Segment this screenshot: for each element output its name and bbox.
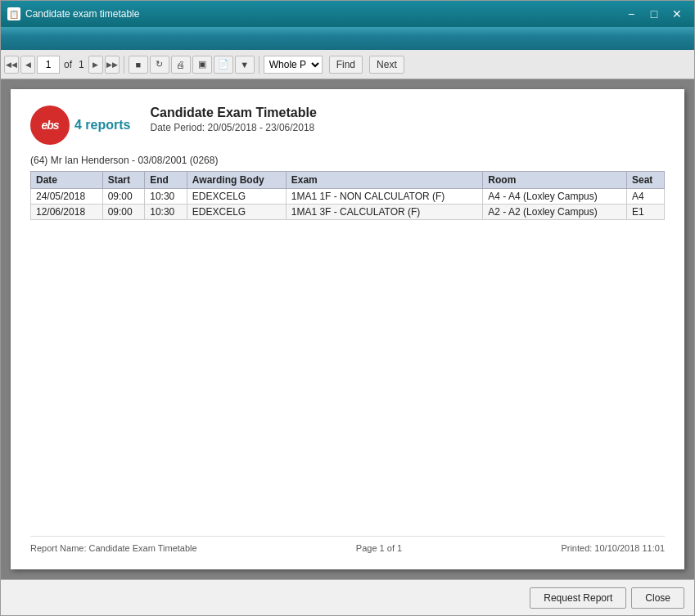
report-date-period: Date Period: 20/05/2018 - 23/06/2018	[150, 122, 316, 133]
col-date: Date	[31, 172, 103, 189]
cell-1: 09:00	[102, 205, 145, 220]
print-layout-button[interactable]: ▣	[192, 56, 212, 74]
close-button[interactable]: Close	[631, 587, 684, 609]
gradient-bar	[1, 27, 694, 50]
cell-4: 1MA1 3F - CALCULATOR (F)	[286, 205, 483, 220]
print-button[interactable]: 🖨	[171, 56, 191, 74]
table-body: 24/05/201809:0010:30EDEXCELG1MA1 1F - NO…	[31, 189, 665, 220]
request-report-button[interactable]: Request Report	[530, 587, 626, 609]
last-page-button[interactable]: ▶▶	[105, 56, 120, 74]
cell-6: E1	[626, 205, 664, 220]
cell-3: EDEXCELG	[187, 205, 286, 220]
cell-4: 1MA1 1F - NON CALCULATOR (F)	[286, 189, 483, 205]
cell-6: A4	[626, 189, 664, 205]
cell-0: 12/06/2018	[31, 205, 103, 220]
window-title: Candidate exam timetable	[25, 8, 621, 20]
refresh-button[interactable]: ↻	[150, 56, 169, 74]
cell-3: EDEXCELG	[187, 189, 286, 205]
first-page-button[interactable]: ◀◀	[4, 56, 19, 74]
col-seat: Seat	[626, 172, 664, 189]
table-row: 12/06/201809:0010:30EDEXCELG1MA1 3F - CA…	[31, 205, 665, 220]
cell-1: 09:00	[102, 189, 145, 205]
title-bar: 📋 Candidate exam timetable − □ ✕	[1, 1, 694, 27]
col-end: End	[145, 172, 187, 189]
main-content-area: ebs 4 reports Candidate Exam Timetable D…	[1, 79, 694, 579]
report-header: ebs 4 reports Candidate Exam Timetable D…	[30, 106, 665, 145]
logo-circle: ebs	[30, 106, 70, 145]
logo-ebs-text: ebs	[41, 119, 58, 132]
main-window: 📋 Candidate exam timetable − □ ✕ ◀◀ ◀ 1 …	[0, 0, 695, 616]
table-header: Date Start End Awarding Body Exam Room S…	[31, 172, 665, 189]
bottom-bar: Request Report Close	[1, 579, 694, 615]
footer-report-name: Report Name: Candidate Exam Timetable	[30, 543, 197, 553]
page-navigation: ◀◀ ◀ 1 of 1 ▶ ▶▶	[4, 56, 120, 74]
footer-printed: Printed: 10/10/2018 11:01	[561, 543, 665, 553]
report-page: ebs 4 reports Candidate Exam Timetable D…	[11, 89, 684, 569]
prev-page-button[interactable]: ◀	[20, 56, 35, 74]
export-button[interactable]: 📄	[214, 56, 233, 74]
separator-2	[259, 56, 259, 74]
export-arrow-button[interactable]: ▼	[235, 56, 255, 74]
separator-1	[124, 56, 124, 74]
logo-container: ebs 4 reports	[30, 106, 130, 145]
col-exam: Exam	[286, 172, 483, 189]
find-button[interactable]: Find	[329, 56, 363, 74]
logo-suffix: 4 reports	[74, 118, 130, 133]
cell-0: 24/05/2018	[31, 189, 103, 205]
page-total-label: 1	[76, 59, 87, 70]
col-start: Start	[102, 172, 145, 189]
zoom-select[interactable]: Whole P 25% 50% 75% 100% 150% 200%	[264, 56, 323, 74]
page-number-input[interactable]: 1	[37, 56, 60, 74]
minimize-button[interactable]: −	[621, 6, 642, 22]
next-page-button[interactable]: ▶	[88, 56, 103, 74]
window-icon: 📋	[7, 7, 20, 20]
exam-table: Date Start End Awarding Body Exam Room S…	[30, 171, 665, 220]
cell-2: 10:30	[145, 205, 187, 220]
table-row: 24/05/201809:0010:30EDEXCELG1MA1 1F - NO…	[31, 189, 665, 205]
cell-5: A2 - A2 (Loxley Campus)	[483, 205, 627, 220]
report-title: Candidate Exam Timetable	[150, 106, 316, 120]
report-footer: Report Name: Candidate Exam Timetable Pa…	[30, 536, 665, 553]
col-awarding-body: Awarding Body	[187, 172, 286, 189]
logo-reports: reports	[85, 118, 130, 132]
logo-number: 4	[74, 118, 85, 132]
window-controls: − □ ✕	[621, 6, 688, 22]
stop-button[interactable]: ■	[129, 56, 148, 74]
cell-2: 10:30	[145, 189, 187, 205]
header-row: Date Start End Awarding Body Exam Room S…	[31, 172, 665, 189]
footer-page: Page 1 of 1	[356, 543, 402, 553]
next-button[interactable]: Next	[369, 56, 404, 74]
candidate-info: (64) Mr Ian Henderson - 03/08/2001 (0268…	[30, 155, 665, 166]
maximize-button[interactable]: □	[643, 6, 665, 22]
page-of-label: of	[61, 59, 74, 70]
close-window-button[interactable]: ✕	[666, 6, 688, 22]
col-room: Room	[483, 172, 627, 189]
report-title-block: Candidate Exam Timetable Date Period: 20…	[150, 106, 316, 133]
cell-5: A4 - A4 (Loxley Campus)	[483, 189, 627, 205]
toolbar: ◀◀ ◀ 1 of 1 ▶ ▶▶ ■ ↻ 🖨 ▣ 📄 ▼ Whole P 25%…	[1, 50, 694, 79]
